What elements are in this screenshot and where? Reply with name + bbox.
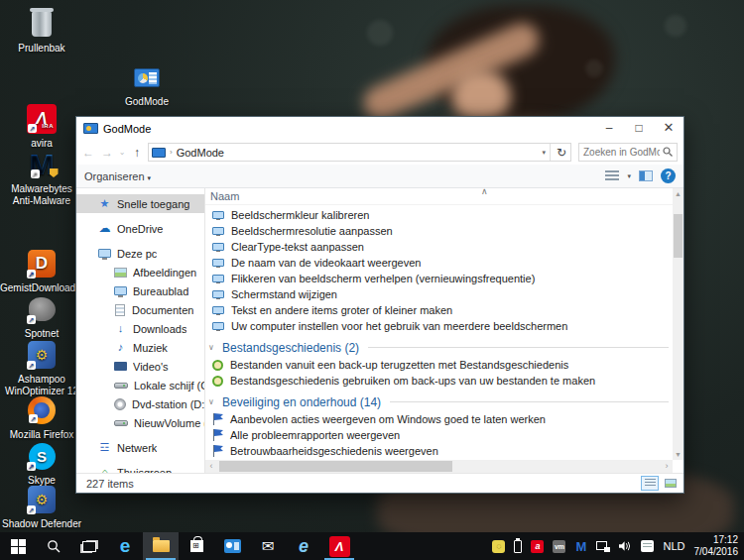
scroll-right-icon[interactable]: ›: [661, 460, 673, 473]
desktop-icon-godmode[interactable]: GodMode: [105, 61, 188, 108]
organize-button[interactable]: Organiseren▾: [84, 170, 151, 182]
scroll-down-icon[interactable]: ▼: [673, 449, 683, 460]
list-item[interactable]: Bestandsgeschiedenis gebruiken om back-u…: [205, 373, 673, 389]
thumbnails-view-button[interactable]: [662, 476, 680, 491]
desktop-icon-ashampoo-winoptimizer[interactable]: Ashampoo WinOptimizer 12: [0, 339, 83, 397]
view-details-icon[interactable]: [605, 170, 619, 181]
tray-usb-icon[interactable]: [514, 540, 522, 553]
tray-volume-icon[interactable]: [619, 540, 632, 553]
column-header-name[interactable]: Naam: [205, 188, 683, 205]
minimize-button[interactable]: –: [594, 117, 624, 140]
sidebar-item-desktop[interactable]: Bureaublad: [76, 281, 204, 300]
sidebar-item-videos[interactable]: Video's: [76, 357, 204, 376]
desktop-icon-spotnet[interactable]: Spotnet: [0, 293, 83, 340]
sidebar-item-homegroup[interactable]: Thuisgroep: [76, 463, 204, 473]
list-item[interactable]: Flikkeren van beeldscherm verhelpen (ver…: [205, 271, 673, 286]
tray-downloader-icon[interactable]: [492, 540, 505, 553]
desktop-icon-gemistdownloader[interactable]: GemistDownloader: [0, 248, 83, 294]
start-button[interactable]: [0, 532, 36, 560]
back-button[interactable]: ←: [80, 146, 96, 160]
desktop-icon-recycle-bin[interactable]: Prullenbak: [0, 8, 83, 55]
taskbar-search-button[interactable]: [36, 532, 71, 560]
language-indicator[interactable]: NLD: [663, 540, 684, 552]
list-item[interactable]: Betrouwbaarheidsgeschiedenis weergeven: [205, 443, 673, 459]
refresh-icon[interactable]: ↻: [555, 146, 568, 160]
taskbar-store-button[interactable]: [179, 532, 214, 560]
tray-avira-icon[interactable]: [531, 540, 544, 553]
winoptimizer-icon: [28, 341, 56, 369]
taskbar-edge-button[interactable]: e: [107, 532, 143, 560]
desktop-icon-avira[interactable]: ΛIRA avira: [0, 103, 83, 150]
sidebar-item-downloads[interactable]: Downloads: [76, 319, 204, 338]
list-item[interactable]: Beeldschermresolutie aanpassen: [205, 223, 673, 239]
taskbar-internet-explorer-button[interactable]: e: [286, 532, 321, 560]
taskbar-people-button[interactable]: [214, 532, 250, 560]
sidebar-item-quick-access[interactable]: Snelle toegang: [76, 194, 204, 213]
views-dropdown-icon[interactable]: ▾: [627, 172, 631, 180]
sidebar-item-this-pc[interactable]: Deze pc: [76, 244, 204, 263]
taskbar-clock[interactable]: 17:12 7/04/2016: [694, 534, 739, 558]
avira-logo-text: IRA: [42, 120, 54, 132]
maximize-button[interactable]: □: [624, 117, 654, 140]
horizontal-scroll-thumb[interactable]: [219, 461, 452, 472]
scroll-left-icon[interactable]: ‹: [205, 460, 217, 473]
preview-pane-icon[interactable]: [639, 170, 653, 181]
status-bar: 227 items: [76, 473, 683, 493]
address-box[interactable]: › GodMode ▾ ↻: [148, 143, 571, 162]
tray-malwarebytes-icon[interactable]: [574, 540, 587, 553]
tray-network-icon[interactable]: [596, 541, 610, 552]
vertical-scrollbar[interactable]: ▲ ▼: [673, 188, 683, 460]
scroll-up-icon[interactable]: ▲: [673, 188, 683, 199]
taskbar-explorer-button[interactable]: [143, 532, 179, 560]
list-item[interactable]: Alle probleemrapporten weergeven: [205, 427, 673, 443]
desktop-icon-skype[interactable]: Skype: [0, 440, 83, 487]
window-icon: [83, 123, 98, 134]
list-item[interactable]: Beeldschermkleur kalibreren: [205, 207, 673, 223]
list-item[interactable]: Aanbevolen acties weergeven om Windows g…: [205, 411, 673, 427]
list-item[interactable]: Bestanden vanuit een back-up terugzetten…: [205, 357, 673, 373]
up-button[interactable]: ↑: [129, 146, 145, 160]
list-item[interactable]: ClearType-tekst aanpassen: [205, 239, 673, 255]
breadcrumb[interactable]: GodMode: [177, 147, 535, 159]
details-view-button[interactable]: [641, 476, 659, 491]
desktop-icon-malwarebytes[interactable]: Malwarebytes Anti-Malware: [0, 149, 83, 207]
sidebar-item-dvd-drive-d[interactable]: Dvd-station (D:) ESD: [76, 394, 204, 413]
forward-button[interactable]: →: [99, 146, 115, 160]
horizontal-scrollbar[interactable]: ‹ ›: [205, 460, 673, 473]
tray-notification-icon[interactable]: [641, 540, 654, 552]
list-item[interactable]: Uw computer instellen voor het gebruik v…: [205, 318, 673, 334]
taskbar-avira-button[interactable]: Λ: [321, 532, 357, 560]
shortcut-arrow-icon: [27, 270, 36, 279]
vertical-scroll-thumb[interactable]: [674, 214, 682, 258]
sidebar-item-pictures[interactable]: Afbeeldingen: [76, 263, 204, 281]
sidebar-item-music[interactable]: Muziek: [76, 338, 204, 357]
list-item[interactable]: De naam van de videokaart weergeven: [205, 255, 673, 271]
search-input[interactable]: Zoeken in GodMode: [578, 143, 678, 162]
help-button[interactable]: ?: [661, 168, 676, 183]
recent-locations-dropdown-icon[interactable]: ⌄: [118, 148, 126, 157]
desktop-icon-firefox[interactable]: Mozilla Firefox: [0, 394, 83, 441]
group-header-security-maintenance[interactable]: ∨Beveiliging en onderhoud (14): [205, 392, 673, 411]
title-bar[interactable]: GodMode – □ ✕: [76, 117, 683, 140]
sidebar-item-local-disk-c[interactable]: Lokale schijf (C:): [76, 376, 204, 394]
address-dropdown-icon[interactable]: ▾: [538, 144, 551, 161]
task-view-button[interactable]: [71, 532, 107, 560]
bokeh-light: [367, 20, 393, 46]
list-item[interactable]: Schermstand wijzigen: [205, 286, 673, 302]
group-header-file-history[interactable]: ∨Bestandsgeschiedenis (2): [205, 338, 673, 357]
display-icon: [212, 275, 224, 282]
desktop-icon-shadow-defender[interactable]: Shadow Defender: [0, 484, 83, 530]
tray-vmware-icon[interactable]: vm: [553, 540, 565, 553]
sidebar-item-onedrive[interactable]: OneDrive: [76, 219, 204, 238]
list-item-label: Beeldschermresolutie aanpassen: [231, 225, 393, 237]
taskbar-mail-button[interactable]: [250, 532, 286, 560]
close-button[interactable]: ✕: [654, 117, 683, 140]
group-title: Bestandsgeschiedenis (2): [222, 341, 359, 355]
list-item[interactable]: Tekst en andere items groter of kleiner …: [205, 302, 673, 318]
sidebar-item-documents[interactable]: Documenten: [76, 300, 204, 319]
sidebar-item-network[interactable]: Netwerk: [76, 438, 204, 457]
group-collapse-chevron-icon[interactable]: ∧: [481, 186, 488, 196]
sidebar-item-new-volume-e[interactable]: NieuwVolume (E:): [76, 413, 204, 432]
command-bar: Organiseren▾ ▾ ?: [76, 165, 683, 188]
sidebar-item-label: Documenten: [132, 304, 193, 316]
